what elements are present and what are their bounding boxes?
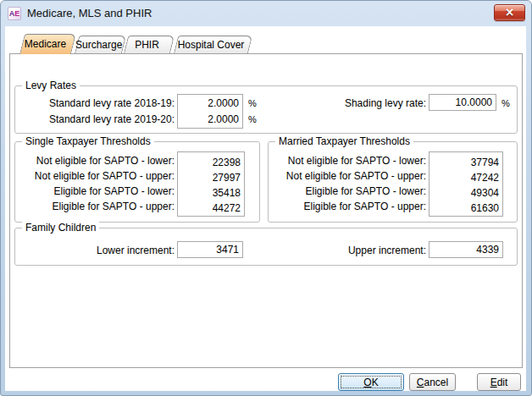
- value-standard-levy-rate-2018-19: 2.0000: [178, 96, 242, 112]
- label-married-not-eligible-lower: Not eligible for SAPTO - lower:: [272, 154, 426, 168]
- ok-button[interactable]: OK: [338, 373, 404, 391]
- field-lower-increment[interactable]: 3471: [177, 241, 243, 258]
- tab-hospital-cover-label: Hospital Cover: [175, 36, 247, 53]
- label-standard-levy-rate-2018-19: Standard levy rate 2018-19:: [22, 96, 175, 110]
- dialog-client: Medicare Surcharge PHIR Hospital Cover L…: [5, 26, 526, 391]
- close-button[interactable]: ×: [494, 4, 525, 21]
- label-shading-levy-rate: Shading levy rate:: [285, 96, 426, 110]
- label-single-eligible-lower: Eligible for SAPTO - lower:: [22, 184, 175, 198]
- titlebar: AE Medicare, MLS and PHIR ×: [1, 1, 531, 26]
- label-upper-increment: Upper increment:: [272, 244, 426, 257]
- unit-percent-2019-20: %: [248, 113, 257, 126]
- tab-hospital-cover[interactable]: Hospital Cover: [174, 36, 252, 53]
- tab-medicare-label: Medicare: [20, 35, 70, 54]
- label-married-eligible-upper: Eligible for SAPTO - upper:: [272, 200, 426, 213]
- groupbox-single-thresholds-legend: Single Taxpayer Thresholds: [22, 135, 154, 148]
- groupbox-family-children-legend: Family Children: [22, 222, 99, 234]
- edit-button[interactable]: Edit: [477, 373, 521, 391]
- unit-percent-shading: %: [502, 96, 510, 110]
- value-single-not-eligible-upper: 27997: [178, 170, 244, 185]
- value-married-eligible-upper: 61630: [429, 201, 502, 216]
- value-single-not-eligible-lower: 22398: [178, 155, 244, 170]
- label-lower-increment: Lower increment:: [22, 244, 175, 257]
- field-single-thresholds[interactable]: 22398 27997 35418 44272: [177, 151, 245, 217]
- groupbox-married-thresholds-legend: Married Taxpayer Thresholds: [275, 135, 413, 148]
- groupbox-levy-rates-legend: Levy Rates: [22, 80, 80, 92]
- field-standard-levy-rates[interactable]: 2.0000 2.0000: [177, 94, 243, 129]
- field-married-thresholds[interactable]: 37794 47242 49304 61630: [429, 151, 503, 217]
- cancel-button[interactable]: Cancel: [409, 373, 456, 391]
- label-single-not-eligible-lower: Not eligible for SAPTO - lower:: [22, 154, 175, 168]
- unit-percent-2018-19: %: [248, 96, 257, 110]
- app-icon: AE: [8, 7, 21, 20]
- tab-phir[interactable]: PHIR: [124, 36, 175, 53]
- value-single-eligible-upper: 44272: [178, 201, 244, 216]
- label-standard-levy-rate-2019-20: Standard levy rate 2019-20:: [22, 113, 175, 126]
- tab-surcharge-label: Surcharge: [75, 36, 121, 53]
- dialog-window: AE Medicare, MLS and PHIR × Medicare Sur…: [0, 0, 532, 396]
- app-icon-letter-e: E: [14, 9, 19, 18]
- label-single-not-eligible-upper: Not eligible for SAPTO - upper:: [22, 169, 175, 183]
- window-title: Medicare, MLS and PHIR: [27, 1, 152, 26]
- field-shading-levy-rate[interactable]: 10.0000: [429, 94, 496, 111]
- label-single-eligible-upper: Eligible for SAPTO - upper:: [22, 200, 175, 213]
- value-married-eligible-lower: 49304: [429, 185, 502, 201]
- label-married-eligible-lower: Eligible for SAPTO - lower:: [272, 184, 426, 198]
- label-married-not-eligible-upper: Not eligible for SAPTO - upper:: [272, 169, 426, 183]
- tab-phir-label: PHIR: [125, 36, 169, 53]
- value-married-not-eligible-upper: 47242: [429, 170, 502, 185]
- value-single-eligible-lower: 35418: [178, 185, 244, 201]
- value-married-not-eligible-lower: 37794: [429, 155, 502, 170]
- field-upper-increment[interactable]: 4339: [429, 241, 503, 258]
- tab-surcharge[interactable]: Surcharge: [75, 36, 126, 53]
- close-icon: ×: [495, 5, 524, 20]
- tab-medicare[interactable]: Medicare: [19, 34, 76, 54]
- value-standard-levy-rate-2019-20: 2.0000: [178, 112, 242, 128]
